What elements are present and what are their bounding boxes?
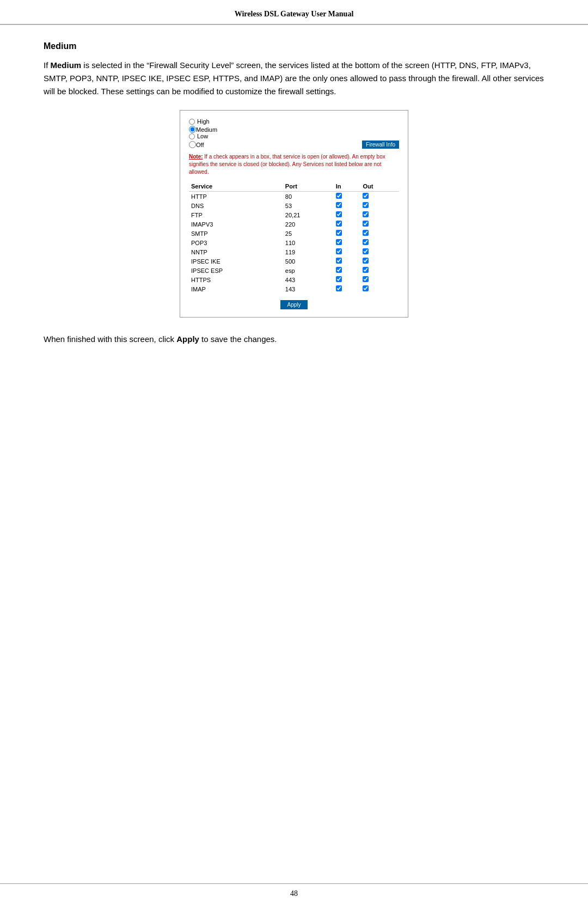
- cell-in: [334, 257, 361, 266]
- cell-in: [334, 275, 361, 284]
- col-out: Out: [360, 181, 399, 192]
- table-row: HTTP80: [189, 192, 399, 202]
- cell-port: esp: [283, 266, 334, 275]
- radio-off-label: Off: [196, 142, 204, 148]
- cell-in: [334, 192, 361, 202]
- page-number: 48: [290, 889, 298, 898]
- firewall-info-button[interactable]: Firewall Info: [362, 141, 399, 149]
- cell-out: [360, 275, 399, 284]
- cell-out: [360, 247, 399, 257]
- cell-service: DNS: [189, 201, 283, 210]
- checkbox-out[interactable]: [363, 211, 369, 217]
- radio-low[interactable]: [189, 133, 195, 139]
- firewall-screenshot-box: High Medium Low Off Firewall Info: [180, 110, 408, 318]
- note-text: Note: If a check appears in a box, that …: [189, 153, 399, 176]
- cell-out: [360, 201, 399, 210]
- cell-out: [360, 266, 399, 275]
- cell-port: 143: [283, 284, 334, 294]
- conclude-apply-bold: Apply: [176, 334, 199, 344]
- checkbox-out[interactable]: [363, 285, 369, 291]
- cell-service: POP3: [189, 238, 283, 247]
- table-header-row: Service Port In Out: [189, 181, 399, 192]
- cell-port: 53: [283, 201, 334, 210]
- radio-off[interactable]: [189, 141, 196, 148]
- checkbox-in[interactable]: [336, 276, 342, 282]
- table-row: IPSEC IKE500: [189, 257, 399, 266]
- checkbox-out[interactable]: [363, 193, 369, 199]
- cell-service: FTP: [189, 210, 283, 219]
- radio-off-row: Off Firewall Info: [189, 141, 399, 149]
- table-row: HTTPS443: [189, 275, 399, 284]
- checkbox-in[interactable]: [336, 267, 342, 273]
- checkbox-out[interactable]: [363, 230, 369, 236]
- col-port: Port: [283, 181, 334, 192]
- radio-low-label: Low: [197, 133, 208, 139]
- cell-out: [360, 284, 399, 294]
- cell-in: [334, 219, 361, 229]
- cell-port: 80: [283, 192, 334, 202]
- cell-out: [360, 210, 399, 219]
- cell-out: [360, 257, 399, 266]
- cell-in: [334, 201, 361, 210]
- radio-medium[interactable]: [189, 126, 196, 133]
- cell-port: 25: [283, 229, 334, 238]
- page-content: Medium If Medium is selected in the “Fir…: [0, 25, 588, 400]
- note-body: If a check appears in a box, that servic…: [189, 154, 385, 175]
- checkbox-in[interactable]: [336, 258, 342, 264]
- section-body-text: is selected in the “Firewall Security Le…: [44, 60, 544, 96]
- page-header: Wireless DSL Gateway User Manual: [0, 0, 588, 25]
- cell-out: [360, 238, 399, 247]
- cell-out: [360, 192, 399, 202]
- checkbox-in[interactable]: [336, 230, 342, 236]
- apply-button[interactable]: Apply: [280, 300, 307, 309]
- cell-port: 443: [283, 275, 334, 284]
- checkbox-in[interactable]: [336, 211, 342, 217]
- cell-in: [334, 229, 361, 238]
- checkbox-in[interactable]: [336, 202, 342, 208]
- checkbox-out[interactable]: [363, 258, 369, 264]
- table-row: FTP20,21: [189, 210, 399, 219]
- table-row: SMTP25: [189, 229, 399, 238]
- radio-high-label: High: [197, 118, 210, 125]
- section-body-paragraph: If Medium is selected in the “Firewall S…: [44, 59, 544, 98]
- cell-service: IPSEC IKE: [189, 257, 283, 266]
- cell-in: [334, 284, 361, 294]
- table-row: IMAP143: [189, 284, 399, 294]
- header-title: Wireless DSL Gateway User Manual: [235, 10, 354, 18]
- cell-service: SMTP: [189, 229, 283, 238]
- checkbox-out[interactable]: [363, 202, 369, 208]
- conclude-paragraph: When finished with this screen, click Ap…: [44, 333, 544, 346]
- cell-service: IMAP: [189, 284, 283, 294]
- col-service: Service: [189, 181, 283, 192]
- cell-service: IPSEC ESP: [189, 266, 283, 275]
- checkbox-out[interactable]: [363, 276, 369, 282]
- cell-in: [334, 247, 361, 257]
- note-label: Note:: [189, 154, 203, 160]
- checkbox-out[interactable]: [363, 248, 369, 254]
- checkbox-out[interactable]: [363, 221, 369, 227]
- table-row: POP3110: [189, 238, 399, 247]
- table-row: IMAPV3220: [189, 219, 399, 229]
- cell-port: 110: [283, 238, 334, 247]
- cell-out: [360, 229, 399, 238]
- cell-out: [360, 219, 399, 229]
- radio-high-row: High: [189, 118, 399, 125]
- checkbox-in[interactable]: [336, 248, 342, 254]
- table-row: DNS53: [189, 201, 399, 210]
- table-row: IPSEC ESPesp: [189, 266, 399, 275]
- checkbox-in[interactable]: [336, 221, 342, 227]
- section-heading: Medium: [44, 41, 544, 51]
- radio-low-row: Low: [189, 133, 399, 139]
- radio-group: High Medium Low Off Firewall Info: [189, 118, 399, 149]
- checkbox-in[interactable]: [336, 239, 342, 245]
- checkbox-out[interactable]: [363, 267, 369, 273]
- checkbox-in[interactable]: [336, 285, 342, 291]
- radio-high[interactable]: [189, 119, 195, 125]
- checkbox-in[interactable]: [336, 193, 342, 199]
- checkbox-out[interactable]: [363, 239, 369, 245]
- cell-in: [334, 266, 361, 275]
- cell-port: 500: [283, 257, 334, 266]
- bold-medium-text: Medium: [51, 60, 82, 70]
- radio-medium-label: Medium: [196, 126, 217, 133]
- radio-medium-row: Medium: [189, 126, 399, 133]
